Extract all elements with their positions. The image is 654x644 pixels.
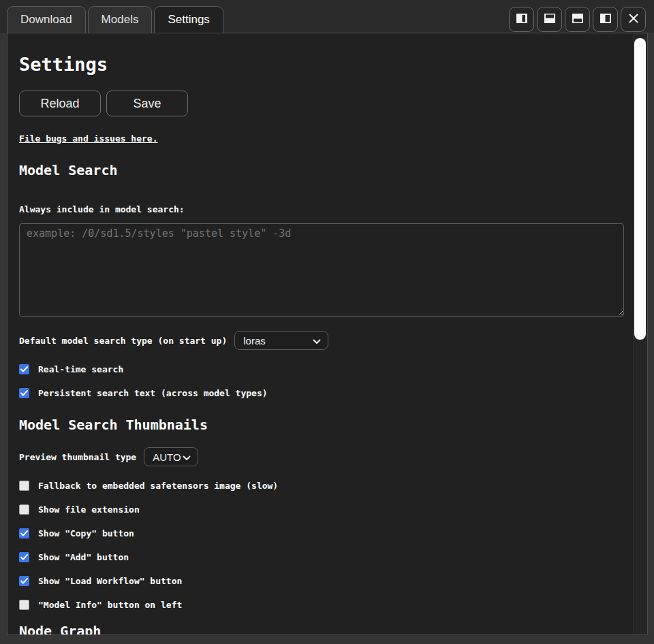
checkbox-row-model-info-left: "Model Info" button on left [19,598,620,611]
vertical-scrollbar-thumb[interactable] [634,38,646,340]
checkbox-row-persistent-search: Persistent search text (across model typ… [19,387,620,399]
default-search-type-select[interactable]: loras [234,331,328,350]
dock-bottom-button[interactable] [565,7,590,32]
preview-thumbnail-type-value: AUTO [153,451,181,463]
window-controls [509,7,646,32]
tab-settings[interactable]: Settings [154,6,223,33]
file-bugs-link[interactable]: File bugs and issues here. [19,133,158,144]
show-copy-button-checkbox[interactable] [19,528,29,538]
save-button[interactable]: Save [106,91,188,116]
checkbox-label: "Model Info" button on left [38,600,182,610]
reload-button[interactable]: Reload [19,91,101,116]
settings-toolbar: Reload Save [19,91,620,116]
checkbox-label: Fallback to embedded safetensors image (… [38,481,278,491]
dock-left-icon [516,13,528,26]
show-add-button-checkbox[interactable] [19,552,29,562]
checkbox-label: Show file extension [38,504,140,515]
node-graph-heading: Node Graph [19,623,620,635]
tab-download[interactable]: Download [7,6,86,33]
checkbox-label: Show "Load Workflow" button [38,576,182,586]
chevron-down-icon [313,335,321,347]
tab-strip: Download Models Settings [7,6,223,33]
dock-bottom-icon [572,13,584,26]
vertical-scrollbar-track[interactable] [633,33,647,634]
checkbox-row-show-add-button: Show "Add" button [19,551,620,563]
realtime-search-checkbox[interactable] [19,364,29,374]
always-include-textarea[interactable] [19,223,624,317]
show-load-workflow-checkbox[interactable] [19,576,29,586]
fallback-safetensors-checkbox[interactable] [19,481,29,491]
settings-panel: Settings Reload Save File bugs and issue… [7,33,648,635]
show-file-extension-checkbox[interactable] [19,504,29,515]
page-title: Settings [19,54,620,75]
preview-thumbnail-type-row: Preview thumbnail type AUTO [19,447,620,466]
always-include-label: Always include in model search: [19,204,620,214]
preview-thumbnail-type-select[interactable]: AUTO [144,447,198,466]
checkbox-label: Show "Copy" button [38,528,134,538]
close-button[interactable] [621,7,646,32]
persistent-search-checkbox[interactable] [19,388,29,398]
checkbox-label: Show "Add" button [38,552,129,562]
checkbox-row-fallback-safetensors: Fallback to embedded safetensors image (… [19,479,620,492]
checkbox-row-show-load-workflow-button: Show "Load Workflow" button [19,575,620,587]
default-search-type-value: loras [243,335,266,347]
model-search-heading: Model Search [19,162,620,178]
dock-top-icon [544,13,556,26]
top-bar: Download Models Settings [0,0,654,33]
checkbox-row-realtime-search: Real-time search [19,363,620,375]
dock-left-button[interactable] [509,7,534,32]
preview-thumbnail-type-label: Preview thumbnail type [19,452,136,462]
thumbnails-heading: Model Search Thumbnails [19,417,620,433]
checkbox-row-show-copy-button: Show "Copy" button [19,527,620,539]
chevron-down-icon [183,451,191,463]
model-info-left-checkbox[interactable] [19,600,29,610]
dock-top-button[interactable] [537,7,562,32]
checkbox-label: Real-time search [38,364,123,374]
checkbox-row-show-file-extension: Show file extension [19,503,620,515]
dock-right-button[interactable] [593,7,618,32]
close-icon [628,13,639,26]
default-search-type-row: Default model search type (on start up) … [19,331,620,350]
checkbox-label: Persistent search text (across model typ… [38,388,268,398]
dock-right-icon [600,13,612,26]
tab-models[interactable]: Models [88,6,153,33]
default-search-type-label: Default model search type (on start up) [19,336,227,346]
